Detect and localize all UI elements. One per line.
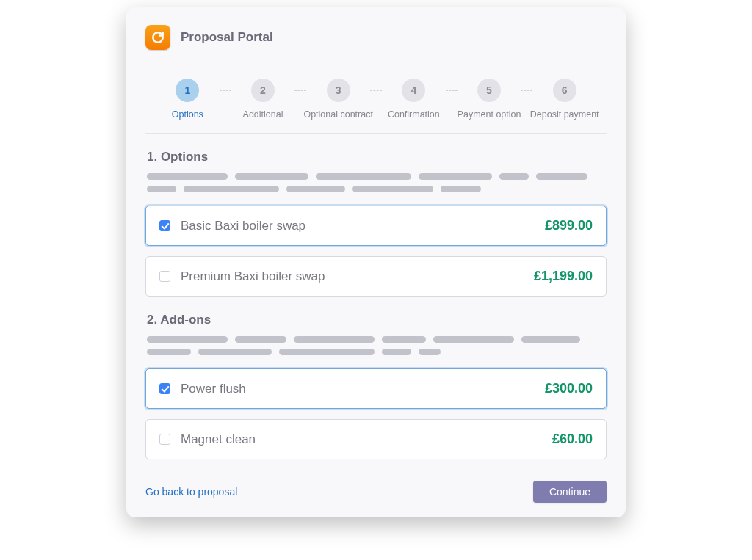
checkbox-icon[interactable] [159, 383, 170, 394]
step-label: Optional contract [303, 109, 373, 120]
step-number: 2 [251, 79, 275, 102]
option-premium-baxi-boiler-swap[interactable]: Premium Baxi boiler swap £1,199.00 [145, 256, 607, 297]
step-label: Deposit payment [530, 109, 599, 120]
step-label: Payment option [458, 109, 521, 120]
step-label: Confirmation [388, 109, 440, 120]
header: Proposal Portal [145, 25, 607, 62]
step-optional-contract[interactable]: 3 Optional contract [300, 79, 376, 120]
page-title: Proposal Portal [181, 30, 273, 45]
step-number: 6 [553, 79, 576, 102]
step-number: 4 [402, 79, 425, 102]
step-deposit-payment[interactable]: 6 Deposit payment [527, 79, 602, 120]
step-additional[interactable]: 2 Additional [225, 79, 301, 120]
section-title-addons: 2. Add-ons [147, 313, 605, 327]
section-title-options: 1. Options [147, 150, 605, 164]
step-confirmation[interactable]: 4 Confirmation [376, 79, 452, 120]
footer: Go back to proposal Continue [145, 470, 607, 503]
step-options[interactable]: 1 Options [150, 79, 225, 120]
proposal-portal-card: Proposal Portal 1 Options 2 Additional 3… [126, 7, 626, 517]
option-label: Power flush [181, 382, 545, 396]
step-number: 3 [327, 79, 350, 102]
option-price: £1,199.00 [534, 269, 593, 284]
option-label: Magnet clean [181, 432, 552, 447]
go-back-link[interactable]: Go back to proposal [145, 486, 237, 498]
option-label: Premium Baxi boiler swap [181, 269, 534, 284]
option-label: Basic Baxi boiler swap [181, 219, 545, 233]
step-number: 5 [477, 79, 501, 102]
placeholder-text [147, 336, 605, 355]
option-basic-baxi-boiler-swap[interactable]: Basic Baxi boiler swap £899.00 [145, 206, 607, 246]
app-logo-icon [145, 25, 170, 50]
option-price: £899.00 [545, 218, 593, 233]
step-number: 1 [176, 79, 199, 102]
checkbox-icon[interactable] [159, 434, 170, 445]
option-price: £300.00 [545, 381, 593, 396]
step-label: Options [172, 109, 203, 120]
option-price: £60.00 [552, 432, 593, 447]
stepper: 1 Options 2 Additional 3 Optional contra… [145, 62, 607, 134]
checkbox-icon[interactable] [159, 220, 170, 231]
addon-power-flush[interactable]: Power flush £300.00 [145, 368, 607, 409]
step-payment-option[interactable]: 5 Payment option [452, 79, 527, 120]
checkbox-icon[interactable] [159, 271, 170, 282]
placeholder-text [147, 173, 605, 192]
step-label: Additional [243, 109, 283, 120]
addon-magnet-clean[interactable]: Magnet clean £60.00 [145, 419, 607, 459]
continue-button[interactable]: Continue [533, 481, 607, 503]
